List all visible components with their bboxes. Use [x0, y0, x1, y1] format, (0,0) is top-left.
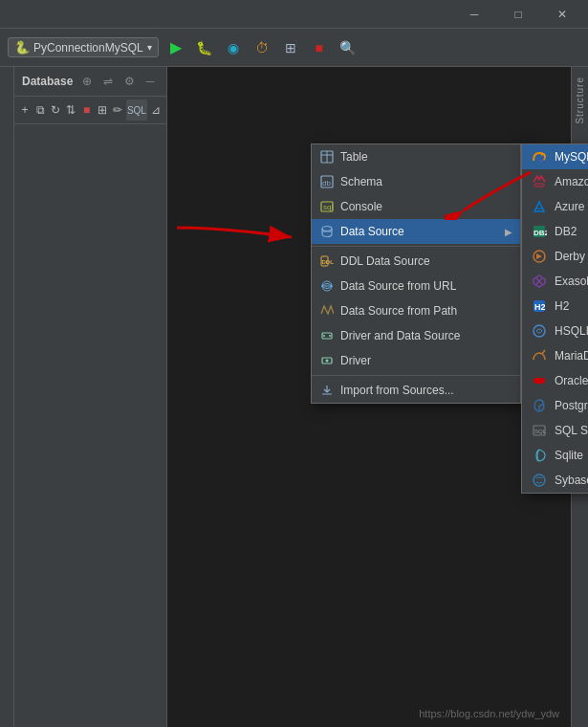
- submenu-item-db2[interactable]: DB2 DB2: [522, 219, 588, 244]
- project-selector[interactable]: 🐍 PyConnectionMySQL ▾: [8, 37, 159, 57]
- menu-item-driver-data-source[interactable]: Driver and Data Source: [312, 323, 520, 348]
- menu-item-console[interactable]: sql Console: [312, 194, 520, 219]
- svg-point-32: [534, 474, 545, 486]
- submenu-item-sqlite[interactable]: Sqlite: [522, 443, 588, 468]
- dropdown-arrow-icon: ▾: [147, 42, 152, 53]
- submenu-item-derby[interactable]: Derby: [522, 244, 588, 269]
- mysql-icon: [532, 149, 547, 165]
- submenu: MySQL Amazon Redshift: [521, 143, 588, 494]
- project-icon: 🐍: [14, 40, 30, 55]
- oracle-label: Oracle: [555, 374, 588, 387]
- driver-ds-icon: [319, 328, 335, 343]
- svg-rect-18: [534, 184, 544, 187]
- hsqldb-icon: [532, 323, 547, 339]
- submenu-item-mysql[interactable]: MySQL: [522, 144, 588, 169]
- content-area: Table db Schema sql Cons: [167, 67, 588, 727]
- amazon-icon: [532, 174, 547, 189]
- db-copy-btn[interactable]: ⧉: [33, 99, 47, 121]
- svg-point-7: [322, 227, 332, 231]
- run-button[interactable]: ▶: [164, 36, 187, 59]
- profile-button[interactable]: ⏱: [250, 36, 273, 59]
- menu-item-data-source-path[interactable]: Data Source from Path: [312, 298, 520, 323]
- mariadb-icon: [532, 348, 547, 364]
- url-label: Data Source from URL: [340, 279, 456, 293]
- settings-icon[interactable]: ⚙: [120, 73, 138, 90]
- exasol-icon: [532, 274, 547, 289]
- submenu-item-h2[interactable]: H2 H2: [522, 294, 588, 319]
- submenu-item-sybase[interactable]: Sybase: [522, 468, 588, 493]
- context-menu: Table db Schema sql Cons: [311, 143, 521, 404]
- db2-label: DB2: [555, 225, 577, 238]
- db-table-btn[interactable]: ⊞: [96, 99, 109, 121]
- mysql-label: MySQL: [555, 150, 588, 164]
- menu-item-driver[interactable]: Driver: [312, 348, 520, 373]
- import-icon: [319, 383, 335, 398]
- console-label: Console: [340, 200, 382, 213]
- submenu-item-azure[interactable]: Azure: [522, 194, 588, 219]
- menu-item-table[interactable]: Table: [312, 144, 520, 169]
- database-panel-title: Database: [22, 75, 73, 88]
- path-label: Data Source from Path: [340, 304, 457, 318]
- driver-icon: [319, 353, 335, 368]
- submenu-item-hsqldb[interactable]: HSQLDB: [522, 319, 588, 343]
- add-db-icon[interactable]: ⊕: [78, 73, 96, 90]
- close-button[interactable]: ✕: [540, 0, 584, 29]
- title-bar: ─ □ ✕: [0, 0, 588, 29]
- minimize-button[interactable]: ─: [452, 0, 496, 29]
- postgresql-label: PostgreSQL: [555, 399, 588, 412]
- submenu-item-mariadb[interactable]: MariaDB: [522, 343, 588, 368]
- restore-button[interactable]: □: [496, 0, 540, 29]
- main-area: Database ⊕ ⇌ ⚙ ─ + ⧉ ↻ ⇅ ■ ⊞ ✏ SQL ⊿: [0, 67, 588, 727]
- table-icon: [319, 149, 335, 165]
- red-arrow-left: [167, 209, 320, 250]
- database-panel-icons: ⊕ ⇌ ⚙ ─: [78, 73, 159, 90]
- menu-item-import[interactable]: Import from Sources...: [312, 378, 520, 403]
- menu-item-schema[interactable]: db Schema: [312, 169, 520, 194]
- db2-icon: DB2: [532, 224, 547, 239]
- db-stop-btn[interactable]: ■: [80, 99, 94, 121]
- filter-icon[interactable]: ⇌: [99, 73, 117, 90]
- project-name: PyConnectionMySQL: [33, 41, 143, 55]
- menu-separator-1: [312, 246, 520, 247]
- svg-text:DDL: DDL: [322, 259, 335, 265]
- submenu-item-exasol[interactable]: Exasol: [522, 269, 588, 294]
- db-add-btn[interactable]: +: [18, 99, 32, 121]
- exasol-label: Exasol: [555, 275, 588, 288]
- schema-label: Schema: [340, 175, 382, 188]
- db-filter-btn[interactable]: ⊿: [149, 99, 163, 121]
- stop-button[interactable]: ■: [308, 36, 331, 59]
- structure-view-label: Structure: [575, 77, 585, 124]
- driver-ds-label: Driver and Data Source: [340, 329, 460, 342]
- postgresql-icon: [532, 398, 547, 413]
- submenu-item-sqlserver[interactable]: SQL SQL Server: [522, 418, 588, 443]
- menu-item-ddl[interactable]: DDL DDL Data Source: [312, 249, 520, 274]
- db-sql-btn[interactable]: SQL: [126, 99, 147, 121]
- svg-text:H2: H2: [534, 302, 546, 312]
- db-sync-btn[interactable]: ⇅: [64, 99, 77, 121]
- submenu-item-amazon[interactable]: Amazon Redshift: [522, 169, 588, 194]
- db-refresh-btn[interactable]: ↻: [49, 99, 62, 121]
- svg-point-14: [323, 335, 325, 337]
- search-button[interactable]: 🔍: [337, 36, 359, 59]
- db-edit-btn[interactable]: ✏: [111, 99, 124, 121]
- svg-text:SQL: SQL: [534, 429, 547, 434]
- menu-item-data-source-url[interactable]: Data Source from URL: [312, 274, 520, 298]
- svg-rect-27: [534, 378, 545, 384]
- sqlserver-label: SQL Server: [555, 424, 588, 437]
- mariadb-label: MariaDB: [555, 349, 588, 363]
- submenu-item-oracle[interactable]: Oracle: [522, 368, 588, 393]
- h2-label: H2: [555, 299, 569, 313]
- svg-text:db: db: [322, 179, 331, 187]
- submenu-item-postgresql[interactable]: PostgreSQL: [522, 393, 588, 418]
- azure-label: Azure: [555, 200, 584, 213]
- sqlserver-icon: SQL: [532, 423, 547, 438]
- db-toolbar: + ⧉ ↻ ⇅ ■ ⊞ ✏ SQL ⊿: [14, 97, 166, 124]
- coverage-button[interactable]: ◉: [222, 36, 245, 59]
- debug-button[interactable]: 🐛: [193, 36, 216, 59]
- svg-text:DB2: DB2: [534, 229, 547, 237]
- submenu-arrow-icon: ▶: [505, 227, 512, 237]
- svg-text:sql: sql: [323, 203, 333, 211]
- collapse-icon[interactable]: ─: [142, 73, 159, 90]
- build-button[interactable]: ⊞: [279, 36, 302, 59]
- menu-item-data-source[interactable]: Data Source ▶: [312, 219, 520, 244]
